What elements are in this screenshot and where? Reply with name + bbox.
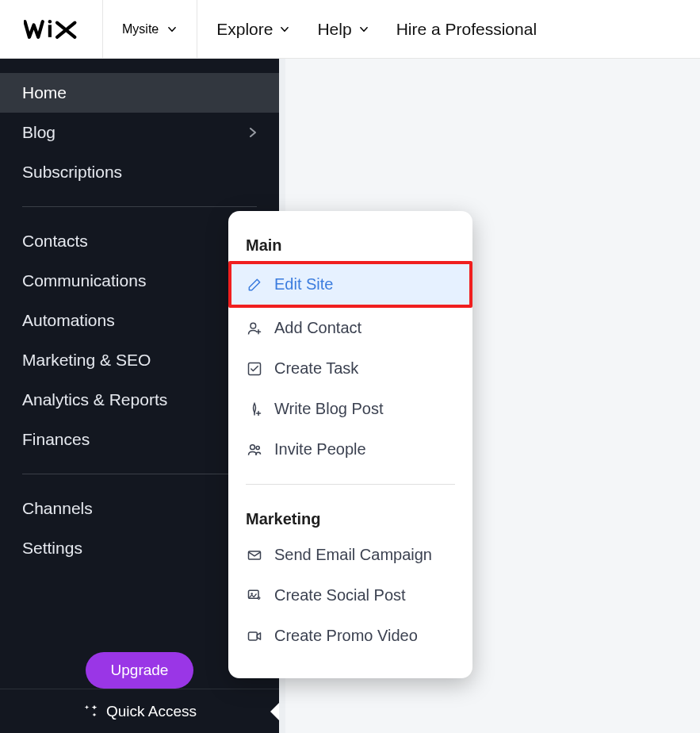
popup-item-create-social-post[interactable]: Create Social Post	[228, 575, 472, 616]
person-plus-icon	[246, 320, 263, 337]
popup-item-create-promo-video[interactable]: Create Promo Video	[228, 616, 472, 656]
popup-item-edit-site[interactable]: Edit Site	[228, 261, 472, 308]
chevron-down-icon	[279, 24, 290, 35]
popup-item-label: Add Contact	[274, 319, 361, 337]
popup-item-send-email-campaign[interactable]: Send Email Campaign	[228, 535, 472, 575]
upgrade-button[interactable]: Upgrade	[86, 652, 194, 689]
envelope-icon	[246, 547, 263, 564]
quick-access-popup: Main Edit Site Add Contact Create Task W…	[228, 211, 472, 678]
popup-item-add-contact[interactable]: Add Contact	[228, 308, 472, 348]
popup-divider	[246, 484, 455, 485]
top-menu: Explore Help Hire a Professional	[197, 0, 537, 58]
popup-item-label: Create Social Post	[274, 586, 406, 604]
sidebar-item-label: Finances	[22, 430, 90, 449]
popup-item-create-task[interactable]: Create Task	[228, 348, 472, 389]
sidebar-item-label: Marketing & SEO	[22, 351, 151, 370]
image-heart-icon	[246, 587, 263, 604]
top-menu-explore-label: Explore	[216, 20, 273, 39]
svg-point-5	[256, 446, 259, 449]
svg-point-1	[48, 19, 51, 22]
popup-item-label: Create Promo Video	[274, 627, 418, 645]
sidebar-divider	[22, 206, 257, 207]
popup-item-invite-people[interactable]: Invite People	[228, 429, 472, 470]
sidebar-item-label: Communications	[22, 271, 146, 290]
sidebar-item-label: Analytics & Reports	[22, 390, 167, 409]
popup-item-label: Create Task	[274, 359, 358, 378]
site-selector[interactable]: Mysite	[103, 0, 197, 58]
popup-item-write-blog-post[interactable]: Write Blog Post	[228, 389, 472, 429]
checkbox-icon	[246, 360, 263, 378]
quick-access-button[interactable]: Quick Access	[0, 689, 279, 733]
video-icon	[246, 627, 263, 645]
chevron-down-icon	[166, 24, 178, 35]
sidebar-item-label: Channels	[22, 499, 93, 518]
popup-item-label: Write Blog Post	[274, 400, 383, 418]
wix-logo[interactable]	[0, 0, 103, 58]
top-bar: Mysite Explore Help Hire a Professional	[0, 0, 700, 59]
sparkle-icon	[82, 704, 98, 720]
popup-item-label: Edit Site	[274, 275, 333, 294]
pencil-icon	[246, 276, 263, 294]
sidebar-divider	[22, 474, 257, 474]
popup-section-main-title: Main	[228, 225, 472, 261]
top-menu-hire-label: Hire a Professional	[396, 20, 537, 39]
svg-rect-9	[249, 632, 258, 640]
popup-section-marketing-title: Marketing	[228, 499, 472, 535]
sidebar-item-subscriptions[interactable]: Subscriptions	[0, 152, 279, 192]
sidebar-item-label: Home	[22, 83, 67, 102]
sidebar-item-label: Automations	[22, 311, 115, 330]
sidebar-item-home[interactable]: Home	[0, 73, 279, 113]
top-menu-explore[interactable]: Explore	[216, 20, 290, 39]
sidebar-item-label: Subscriptions	[22, 163, 122, 182]
svg-rect-0	[48, 25, 51, 36]
sidebar-item-label: Settings	[22, 539, 82, 558]
sidebar-item-label: Blog	[22, 123, 55, 142]
chevron-down-icon	[358, 24, 369, 35]
sidebar-item-blog[interactable]: Blog	[0, 113, 279, 152]
svg-point-2	[251, 323, 256, 328]
people-icon	[246, 441, 263, 459]
popup-item-label: Send Email Campaign	[274, 546, 432, 564]
wix-logo-icon	[24, 18, 79, 40]
site-selector-label: Mysite	[122, 22, 159, 36]
pen-plus-icon	[246, 401, 263, 418]
main-layout: Home Blog Subscriptions Contacts Communi…	[0, 59, 700, 733]
top-menu-help-label: Help	[317, 20, 351, 39]
svg-point-4	[251, 444, 255, 449]
quick-access-label: Quick Access	[106, 703, 197, 720]
sidebar-item-label: Contacts	[22, 232, 88, 251]
top-menu-hire[interactable]: Hire a Professional	[396, 20, 537, 39]
popup-item-label: Invite People	[274, 440, 366, 459]
chevron-right-icon	[249, 127, 257, 138]
sidebar-nav-primary: Home Blog Subscriptions	[0, 59, 279, 192]
top-menu-help[interactable]: Help	[317, 20, 369, 39]
